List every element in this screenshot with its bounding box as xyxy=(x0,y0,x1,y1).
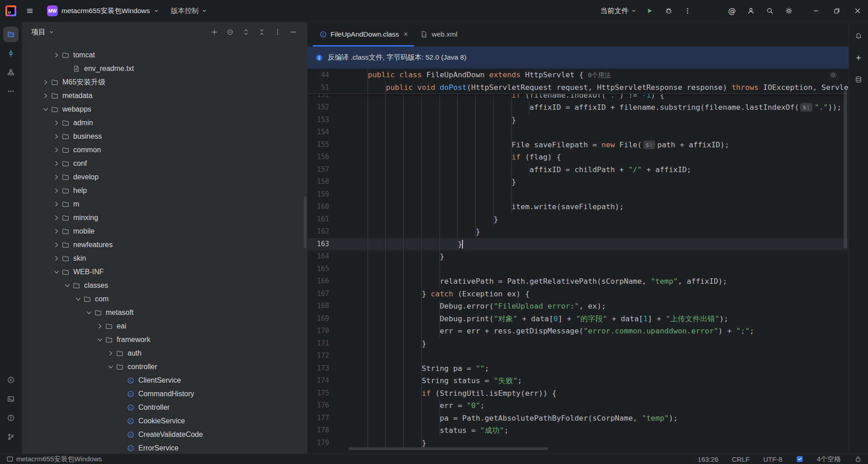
code-line-51[interactable]: 51public void doPost(HttpServletRequest … xyxy=(307,81,849,94)
code-line-151[interactable]: 151if (filename.indexOf(".") != -1) { xyxy=(307,94,849,101)
tree-item-tomcat[interactable]: tomcat xyxy=(22,48,307,62)
tree-item-skin[interactable]: skin xyxy=(22,252,307,265)
code-line-175[interactable]: 175if (StringUtil.isEmpty(err)) { xyxy=(307,387,849,400)
code-line-44[interactable]: 44public class FileUpAndDown extends Htt… xyxy=(307,69,849,81)
tree-item-newfeatures[interactable]: newfeatures xyxy=(22,238,307,252)
status-project-widget[interactable]: metacrm655安装包Windows xyxy=(6,455,102,464)
tree-item-WEB-INF[interactable]: WEB-INF xyxy=(22,265,307,279)
main-menu-button[interactable] xyxy=(20,0,40,22)
tree-item-common[interactable]: common xyxy=(22,143,307,157)
code-line-169[interactable]: 169Debug.print("对象" + data[0] + "的字段" + … xyxy=(307,313,849,325)
chevron-down-icon[interactable] xyxy=(63,281,72,290)
expand-all-button[interactable] xyxy=(242,28,250,36)
line-number[interactable]: 44 xyxy=(307,69,350,81)
line-number[interactable]: 173 xyxy=(307,362,350,375)
tree-item-business[interactable]: business xyxy=(22,130,307,143)
tree-item-minxing[interactable]: minxing xyxy=(22,211,307,225)
code-line-177[interactable]: 177pa = Path.getAbsolutePathByFolder(sCo… xyxy=(307,412,849,425)
chevron-right-icon[interactable] xyxy=(52,146,61,154)
tree-item-classes[interactable]: classes xyxy=(22,279,307,292)
code-line-154[interactable]: 154 xyxy=(307,126,849,139)
encoding-widget[interactable]: UTF-8 xyxy=(763,455,783,463)
chevron-right-icon[interactable] xyxy=(41,92,50,100)
code-line-165[interactable]: 165 xyxy=(307,263,849,276)
ai-assistant-tool-button[interactable] xyxy=(851,50,866,66)
problems-tool-button[interactable] xyxy=(3,410,19,426)
tab-FileUpAndDown.class[interactable]: CFileUpAndDown.class× xyxy=(313,22,414,47)
line-number[interactable]: 154 xyxy=(307,126,350,139)
add-button[interactable] xyxy=(210,28,218,36)
tree-item-CreateValidateCode[interactable]: CCreateValidateCode xyxy=(22,428,307,441)
close-button[interactable] xyxy=(847,0,868,22)
code-line-160[interactable]: 160item.write(saveFilepath); xyxy=(307,201,849,213)
line-number[interactable]: 151 xyxy=(307,94,350,101)
code-line-164[interactable]: 164} xyxy=(307,250,849,263)
chevron-right-icon[interactable] xyxy=(52,187,61,195)
line-number[interactable]: 171 xyxy=(307,337,350,350)
line-number[interactable]: 179 xyxy=(307,437,350,450)
indent-widget[interactable]: 4个空格 xyxy=(817,455,841,464)
tree-item-com[interactable]: com xyxy=(22,292,307,306)
options-button[interactable] xyxy=(274,28,282,36)
run-button[interactable] xyxy=(640,0,659,22)
line-number[interactable]: 155 xyxy=(307,139,350,151)
line-number[interactable]: 177 xyxy=(307,412,350,425)
mentions-button[interactable]: @ xyxy=(722,0,741,22)
chevron-right-icon[interactable] xyxy=(52,214,61,222)
code-line-162[interactable]: 162} xyxy=(307,225,849,238)
line-number[interactable]: 174 xyxy=(307,375,350,387)
locate-button[interactable] xyxy=(226,28,234,36)
chevron-right-icon[interactable] xyxy=(52,254,61,262)
chevron-right-icon[interactable] xyxy=(52,173,61,181)
caret-position-widget[interactable]: 163:26 xyxy=(698,455,718,463)
code-line-153[interactable]: 153} xyxy=(307,114,849,127)
restore-button[interactable] xyxy=(826,0,847,22)
line-number[interactable]: 170 xyxy=(307,325,350,337)
line-number[interactable]: 165 xyxy=(307,263,350,276)
vcs-menu-button[interactable]: 版本控制 xyxy=(171,6,207,16)
debug-button[interactable] xyxy=(659,0,678,22)
tree-item-env_readme.txt[interactable]: env_readme.txt xyxy=(22,62,307,75)
tree-item-help[interactable]: help xyxy=(22,184,307,197)
tab-close-icon[interactable]: × xyxy=(404,31,408,38)
chevron-down-icon[interactable] xyxy=(74,295,83,303)
tree-item-controller[interactable]: controller xyxy=(22,360,307,374)
chevron-right-icon[interactable] xyxy=(52,119,61,127)
tab-web.xml[interactable]: </>web.xml xyxy=(414,22,464,47)
line-number[interactable]: 163 xyxy=(307,238,350,251)
tree-item-metadata[interactable]: metadata xyxy=(22,89,307,103)
tree-item-Controller[interactable]: CController xyxy=(22,401,307,414)
line-number[interactable]: 157 xyxy=(307,164,350,176)
line-number[interactable]: 152 xyxy=(307,101,350,114)
tree-item-admin[interactable]: admin xyxy=(22,116,307,130)
tree-item-M65安装升级[interactable]: M65安装升级 xyxy=(22,75,307,89)
code-with-me-button[interactable] xyxy=(741,0,760,22)
project-folder-tool-button[interactable] xyxy=(3,27,19,42)
chevron-right-icon[interactable] xyxy=(52,227,61,235)
line-number[interactable]: 161 xyxy=(307,213,350,226)
tree-item-ClientService[interactable]: CClientService xyxy=(22,374,307,387)
code-line-176[interactable]: 176err = "0"; xyxy=(307,399,849,412)
tree-item-conf[interactable]: conf xyxy=(22,157,307,170)
terminal-tool-button[interactable] xyxy=(3,391,19,407)
line-number[interactable]: 156 xyxy=(307,151,350,164)
status-plugin-button[interactable] xyxy=(796,455,803,463)
code-line-152[interactable]: 152affixID = affixID + filename.substrin… xyxy=(307,101,849,114)
code-line-173[interactable]: 173String pa = ""; xyxy=(307,362,849,375)
line-number[interactable]: 175 xyxy=(307,387,350,400)
tree-item-webapps[interactable]: webapps xyxy=(22,103,307,116)
line-number[interactable]: 166 xyxy=(307,275,350,288)
line-number[interactable]: 169 xyxy=(307,313,350,325)
chevron-right-icon[interactable] xyxy=(52,51,61,59)
line-number[interactable]: 158 xyxy=(307,176,350,188)
line-number[interactable]: 172 xyxy=(307,350,350,362)
code-line-157[interactable]: 157affixID = childPath + "/" + affixID; xyxy=(307,164,849,176)
line-number[interactable]: 176 xyxy=(307,399,350,412)
vertical-scrollbar[interactable] xyxy=(844,90,847,248)
code-line-172[interactable]: 172 xyxy=(307,350,849,362)
line-number[interactable]: 159 xyxy=(307,188,350,201)
code-line-167[interactable]: 167} catch (Exception ex) { xyxy=(307,288,849,300)
hide-button[interactable] xyxy=(289,28,297,36)
line-number[interactable]: 160 xyxy=(307,201,350,213)
collapse-all-button[interactable] xyxy=(258,28,266,36)
